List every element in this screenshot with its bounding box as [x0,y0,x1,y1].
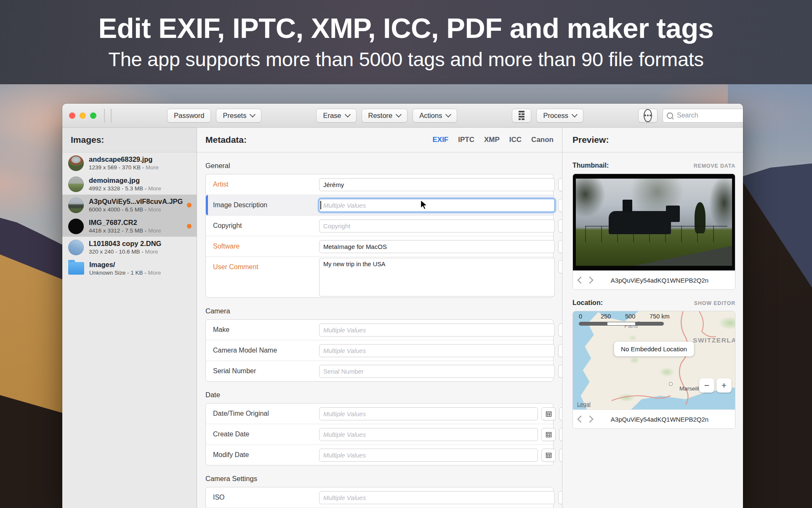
field-label: Make [206,326,319,334]
edit-button[interactable] [558,199,562,212]
section-title-camera: Camera [205,307,554,315]
more-link[interactable]: More [146,164,159,171]
location-filename: A3pQuViEy54adKQ1WNEPB2Q2n [590,416,729,423]
metadata-title: Metadata: [205,135,247,145]
chevron-down-icon [344,111,350,117]
serial-number-input[interactable] [319,365,555,378]
datetime-original-input[interactable] [319,407,538,420]
zoom-window-button[interactable] [90,112,96,119]
field-label: Image Description [206,201,319,209]
more-link[interactable]: More [145,249,158,255]
metadata-view-toggle-button[interactable] [512,109,531,123]
image-list-item[interactable]: L1018043 copy 2.DNG 320 x 240 - 10.6 MB … [62,237,197,258]
tab-exif[interactable]: EXIF [432,136,448,144]
image-list-item-selected[interactable]: IMG_7687.CR2 4416 x 3312 - 7.5 MB - More [62,216,197,237]
presets-dropdown[interactable]: Presets [216,109,261,123]
edit-button[interactable] [559,428,562,441]
edit-button[interactable] [558,240,562,253]
modify-date-input[interactable] [319,449,538,462]
edit-button[interactable] [558,260,562,273]
calendar-button[interactable] [541,449,556,462]
thumbnail-image [573,174,735,270]
more-link[interactable]: More [148,206,161,213]
show-editor-button[interactable]: SHOW EDITOR [694,300,735,306]
preview-panel: Preview: Thumbnail: REMOVE DATA [562,128,743,508]
image-meta-text: 4992 x 3328 - 5.3 MB - [89,185,146,192]
more-link[interactable]: More [148,227,161,234]
no-embedded-location-badge: No Embedded Location [614,342,694,356]
images-sidebar: Images: andscape68329.jpg 1239 x 569 - 3… [62,128,197,508]
tab-canon[interactable]: Canon [531,136,554,144]
banner-title: Edit EXIF, IPTC, XMP, ICC, PDF and maker… [99,13,714,43]
edit-button[interactable] [558,178,562,191]
image-meta-text: 4416 x 3312 - 7.5 MB - [89,227,146,234]
previous-button[interactable] [111,109,112,122]
folder-list-item[interactable]: Images/ Unknown Size - 1 KB - More [62,258,197,279]
password-button[interactable]: Password [167,109,211,123]
software-input[interactable] [319,240,555,253]
minimize-window-button[interactable] [80,112,86,119]
image-meta-text: 6000 x 4000 - 6.5 MB - [89,206,146,213]
process-dropdown[interactable]: Process [536,109,583,123]
image-list-item[interactable]: demoimage.jpg 4992 x 3328 - 5.3 MB - Mor… [62,174,197,195]
camera-settings-card: ISO [205,487,554,508]
marketing-banner: Edit EXIF, IPTC, XMP, ICC, PDF and maker… [0,0,812,84]
search-input[interactable] [676,111,743,120]
make-input[interactable] [319,324,555,337]
previous-thumbnail-button[interactable] [578,277,585,284]
iso-input[interactable] [319,491,555,504]
thumbnail-filename: A3pQuViEy54adKQ1WNEPB2Q2n [590,277,729,284]
preview-title: Preview: [562,128,743,152]
more-options-button[interactable] [638,109,658,123]
image-meta: 4416 x 3312 - 7.5 MB - More [89,227,161,234]
field-row-copyright: Copyright [206,215,553,236]
section-title-camera-settings: Camera Settings [205,475,554,483]
edit-button[interactable] [559,449,562,462]
calendar-button[interactable] [541,428,556,441]
previous-location-button[interactable] [578,416,585,423]
map-zoom-out-button[interactable]: − [699,378,714,393]
edit-button[interactable] [558,491,562,504]
add-image-button[interactable]: + [104,109,105,122]
map[interactable]: Paris 0 250 500 750 km SWITZERLA [573,311,735,409]
edit-button[interactable] [558,344,562,357]
edit-button[interactable] [558,324,562,337]
folder-name: Images/ [89,261,161,269]
marseille-marker-icon [669,382,673,386]
field-label: Date/Time Original [206,410,319,417]
actions-dropdown[interactable]: Actions [413,109,457,123]
user-comment-textarea[interactable]: My new trip in the USA [319,258,555,297]
image-description-input[interactable] [319,199,555,212]
scale-bar [579,322,664,326]
more-link[interactable]: More [148,270,161,276]
tab-iptc[interactable]: IPTC [458,136,474,144]
map-legal-link[interactable]: Legal [577,401,591,407]
more-link[interactable]: More [148,185,161,192]
edit-button[interactable] [558,365,562,378]
restore-dropdown[interactable]: Restore [362,109,408,123]
create-date-input[interactable] [319,428,538,441]
search-field[interactable] [663,109,743,123]
image-list-item-selected[interactable]: A3pQuViEy5...vIF8cuvA.JPG 6000 x 4000 - … [62,195,197,216]
erase-dropdown[interactable]: Erase [316,109,356,123]
edit-button[interactable] [558,219,562,233]
field-row-camera-model: Camera Model Name [206,340,553,361]
field-label: Modify Date [206,451,319,459]
map-zoom-in-button[interactable]: + [716,378,732,393]
location-footer: A3pQuViEy54adKQ1WNEPB2Q2n [573,409,735,428]
chevron-down-icon [572,111,578,117]
scale-tick: 500 [625,313,635,320]
image-list-item[interactable]: andscape68329.jpg 1239 x 569 - 370 KB - … [62,152,197,174]
close-window-button[interactable] [69,112,75,119]
copyright-input[interactable] [319,219,555,233]
camera-model-input[interactable] [319,344,555,357]
calendar-button[interactable] [541,407,556,420]
traffic-lights [69,112,96,119]
date-card: Date/Time Original Create Date [205,403,554,465]
artist-input[interactable] [319,178,555,191]
chevron-down-icon [250,111,256,117]
tab-icc[interactable]: ICC [509,136,522,144]
tab-xmp[interactable]: XMP [484,136,500,144]
remove-data-button[interactable]: REMOVE DATA [694,163,735,169]
edit-button[interactable] [559,407,562,420]
